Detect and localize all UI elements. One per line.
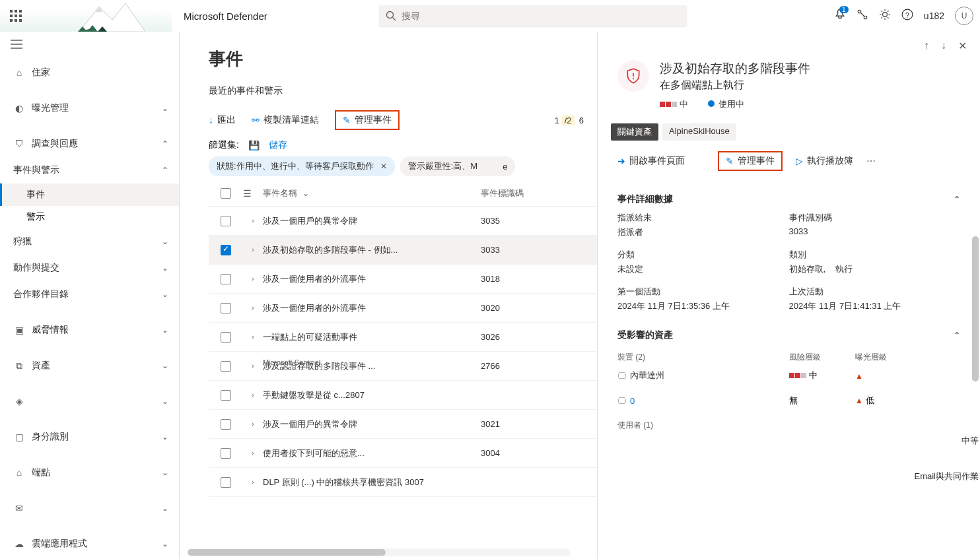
device-row[interactable]: 🖵0 無 ▲ 低	[617, 388, 960, 413]
warning-icon: ▲	[855, 396, 863, 405]
table-row[interactable]: ›使用者按下到可能的惡意...3004	[209, 439, 597, 468]
nav-sentinel[interactable]: ◈⌄	[0, 388, 179, 414]
table-row[interactable]: ›涉及一個用戶的異常令牌3021	[209, 410, 597, 439]
select-all-checkbox[interactable]	[221, 188, 231, 199]
row-checkbox[interactable]	[221, 419, 231, 430]
expand-icon[interactable]: ›	[243, 478, 263, 486]
save-icon[interactable]: 💾	[248, 140, 260, 150]
table-row[interactable]: ›涉及一個使用者的外流事件3018	[209, 265, 597, 294]
table-row[interactable]: ›涉及一個用戶的異常令牌3035	[209, 207, 597, 236]
nav-threat-intel[interactable]: ▣威脅情報⌄	[0, 317, 179, 343]
tab-key-assets[interactable]: 關鍵資產	[611, 123, 658, 141]
manage-incidents-button[interactable]: ✎管理事件	[335, 110, 400, 130]
global-search[interactable]	[379, 5, 687, 26]
nav-sub-alerts[interactable]: 警示	[0, 206, 179, 228]
nav-home[interactable]: ⌂住家	[0, 59, 179, 86]
run-playbook-button[interactable]: ▷執行播放簿	[796, 155, 853, 167]
chip-status[interactable]: 狀態:作用中、進行中、等待客戶採取動作✕	[209, 156, 395, 176]
nav-investigate[interactable]: ⛉調查與回應⌃	[0, 131, 179, 157]
expand-icon[interactable]: ›	[243, 449, 263, 457]
row-checkbox[interactable]	[221, 448, 231, 459]
row-checkbox[interactable]	[221, 216, 231, 226]
open-incident-page-button[interactable]: ➜開啟事件頁面	[617, 155, 685, 167]
connector-icon[interactable]	[857, 9, 868, 24]
chevron-down-icon: ⌄	[162, 468, 168, 477]
tab-alpine[interactable]: AlpineSkiHouse	[662, 123, 736, 141]
chip-severity[interactable]: 警示嚴重性:高、M e	[400, 156, 516, 176]
incidents-table: ☰ 事件名稱⌄ 事件標識碼 ›涉及一個用戶的異常令牌3035›涉及初始存取的多階…	[209, 180, 597, 497]
hierarchy-icon[interactable]: ☰	[243, 188, 252, 199]
nav-identity[interactable]: ▢身分識別⌄	[0, 424, 179, 450]
status-dot-icon	[708, 100, 715, 107]
nav-sub-incidents[interactable]: 事件	[0, 183, 179, 206]
table-row[interactable]: ›DLP 原則 (...) 中的稽核共享機密資訊 3007	[209, 468, 597, 497]
table-row[interactable]: ›涉及一個使用者的外流事件3020	[209, 294, 597, 323]
expand-icon[interactable]: ›	[243, 217, 263, 224]
device-row[interactable]: 🖵內華達州 中 ▲	[617, 363, 960, 388]
row-checkbox[interactable]	[221, 274, 231, 284]
chevron-up-icon: ⌃	[162, 139, 168, 148]
search-input[interactable]	[402, 11, 680, 21]
svg-point-12	[633, 78, 634, 79]
row-checkbox[interactable]	[221, 245, 231, 255]
expand-icon[interactable]: ›	[243, 333, 263, 341]
sort-icon[interactable]: ⌄	[302, 189, 309, 198]
nav-incidents-alerts[interactable]: 事件與警示⌃	[0, 157, 179, 183]
nav-cloud-apps[interactable]: ☁雲端應用程式⌄	[0, 531, 179, 557]
nav-partner[interactable]: 合作夥伴目錄⌄	[0, 281, 179, 308]
nav-down-icon[interactable]: ↓	[941, 40, 946, 52]
nav-actions[interactable]: 動作與提交⌄	[0, 255, 179, 281]
row-checkbox[interactable]	[221, 477, 231, 488]
close-icon[interactable]: ✕	[958, 40, 967, 52]
more-icon[interactable]: ⋯	[866, 156, 877, 166]
incident-id: 3004	[481, 448, 500, 458]
save-button[interactable]: 儲存	[269, 139, 287, 151]
expand-icon[interactable]: ›	[243, 420, 263, 428]
table-row[interactable]: ›涉及初始存取的多階段事件 - 例如...3033	[209, 236, 597, 265]
app-launcher[interactable]	[0, 0, 32, 32]
assigned-label: 指派給未	[617, 212, 789, 224]
panel-scrollbar[interactable]	[972, 236, 979, 559]
bell-badge: 1	[839, 6, 849, 13]
expand-icon[interactable]: ›	[243, 362, 263, 370]
expand-icon[interactable]: ›	[243, 391, 263, 399]
help-icon[interactable]: ?	[901, 9, 913, 24]
chevron-down-icon: ⌄	[162, 539, 168, 548]
section-details-header[interactable]: 事件詳細數據⌃	[617, 187, 960, 212]
nav-assets[interactable]: ⧉資產⌄	[0, 352, 179, 379]
panel-body: 事件詳細數據⌃ 指派給未 事件識別碼 指派者 3033 分類 類別 未設定 初始…	[598, 181, 980, 559]
section-assets-header[interactable]: 受影響的資產⌃	[617, 323, 960, 348]
gear-icon[interactable]	[879, 9, 891, 24]
hamburger-icon[interactable]	[0, 32, 179, 59]
incident-name: 使用者按下到可能的惡意...	[263, 447, 365, 459]
horizontal-scrollbar[interactable]	[188, 548, 571, 556]
nav-up-icon[interactable]: ↑	[924, 40, 929, 52]
close-icon[interactable]: ✕	[380, 162, 387, 171]
row-checkbox[interactable]	[221, 361, 231, 372]
expand-icon[interactable]: ›	[243, 275, 263, 282]
table-row[interactable]: ›一端點上的可疑活動事件3026	[209, 323, 597, 352]
row-checkbox[interactable]	[221, 303, 231, 313]
chevron-down-icon: ⌄	[162, 104, 168, 113]
id-label: 事件識別碼	[789, 212, 961, 224]
severity-bars-icon	[789, 373, 806, 378]
manage-incident-button[interactable]: ✎管理事件	[718, 151, 783, 171]
chevron-down-icon: ⌄	[162, 432, 168, 442]
expand-icon[interactable]: ›	[243, 246, 263, 253]
row-checkbox[interactable]	[221, 390, 231, 401]
row-checkbox[interactable]	[221, 332, 231, 343]
copy-link-button[interactable]: ⚯複製清單連結	[252, 114, 319, 126]
table-row[interactable]: ›手動鍵盤攻擊是從 c...2807	[209, 381, 597, 410]
bell-icon[interactable]: 1	[834, 9, 846, 24]
mountain-decoration	[66, 0, 172, 32]
nav-email[interactable]: ✉⌄	[0, 495, 179, 521]
expand-icon[interactable]: ›	[243, 304, 263, 312]
nav-exposure[interactable]: ◐曝光管理⌄	[0, 95, 179, 121]
table-row[interactable]: ›Microsoft Sentinel涉及認證存取的多階段事件 ...2766	[209, 352, 597, 381]
avatar[interactable]: U	[955, 7, 973, 25]
nav-endpoint[interactable]: ⌂端點⌄	[0, 459, 179, 486]
scrollbar-thumb[interactable]	[972, 236, 979, 381]
export-button[interactable]: ↓匯出	[209, 114, 236, 126]
nav-hunting[interactable]: 狩獵⌄	[0, 228, 179, 255]
scrollbar-thumb[interactable]	[188, 549, 386, 556]
